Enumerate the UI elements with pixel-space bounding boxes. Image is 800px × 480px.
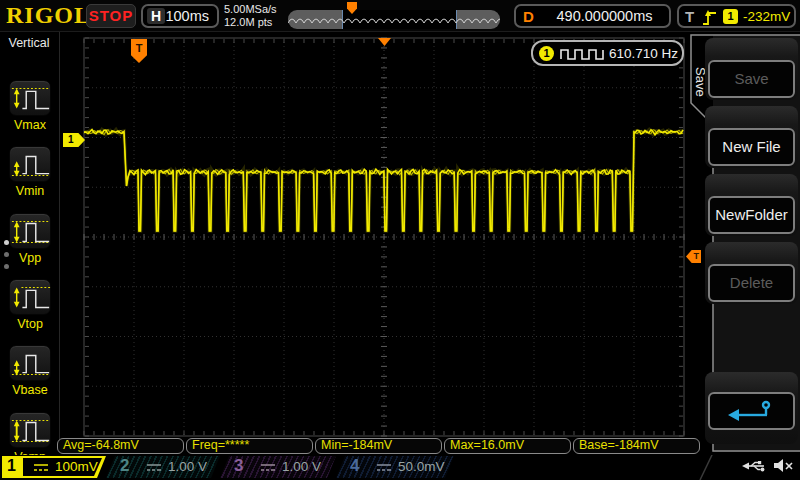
graticule-and-waveform-display (0, 0, 800, 480)
save-button[interactable]: Save (708, 60, 795, 98)
delay-value: 490.000000ms (546, 8, 663, 24)
channel1-offset-marker[interactable]: 1 (63, 133, 85, 147)
dc-coupling-icon (376, 463, 392, 473)
vtop-button[interactable] (9, 279, 51, 315)
channel1-number: 1 (7, 457, 16, 475)
vamp-icon (10, 413, 52, 449)
channel3-status[interactable]: 3 1.00 V (220, 456, 336, 478)
channel-status-bar: 1 100mV 2 1.00 V 3 (0, 455, 800, 480)
return-arrow-icon (726, 399, 778, 423)
trigger-level-marker[interactable]: T (686, 250, 701, 263)
vmin-button[interactable] (9, 146, 51, 182)
channel2-status[interactable]: 2 1.00 V (106, 456, 220, 478)
softkey-new-folder[interactable]: NewFolder (705, 174, 798, 236)
channel2-number: 2 (120, 456, 129, 476)
channel4-status[interactable]: 4 50.0mV (336, 456, 454, 478)
counter-frequency-value: 610.710 Hz (609, 46, 678, 61)
vmax-button[interactable] (9, 80, 51, 116)
channel3-scale: 1.00 V (282, 459, 321, 474)
channel3-number: 3 (234, 456, 243, 476)
channel4-scale: 50.0mV (398, 459, 445, 474)
bar-divider (698, 455, 716, 480)
dc-coupling-icon (146, 463, 162, 473)
waveform-overview-bar[interactable] (288, 10, 500, 29)
vmin-label: Vmin (0, 184, 60, 198)
delete-button[interactable]: Delete (708, 264, 795, 302)
memory-depth: 12.0M pts (224, 16, 277, 29)
usb-icon (741, 459, 767, 473)
channel4-number: 4 (350, 456, 359, 476)
softkey-delete[interactable]: Delete (705, 242, 798, 304)
back-button[interactable] (708, 392, 795, 430)
oscilloscope-screen: RIGOL STOP H 100ms 5.00MSa/s 12.0M pts D… (0, 0, 800, 480)
base-readout: Base=-184mV (573, 438, 700, 454)
softkey-back[interactable] (705, 372, 798, 444)
min-readout: Min=-184mV (315, 438, 442, 454)
rising-edge-icon (701, 7, 718, 27)
freq-readout: Freq=***** (186, 438, 313, 454)
avg-readout: Avg=-64.8mV (57, 438, 184, 454)
vpp-icon (10, 214, 52, 250)
measurement-sidebar: Vertical Vmax Vmin (0, 32, 60, 452)
acquisition-info: 5.00MSa/s 12.0M pts (224, 3, 277, 29)
channel2-scale: 1.00 V (168, 459, 207, 474)
speaker-muted-icon (773, 458, 794, 473)
vpp-button[interactable] (9, 213, 51, 249)
delay-label: D (523, 8, 534, 25)
vpp-label: Vpp (0, 251, 60, 265)
trigger-status-box[interactable]: T 1 -232mV (677, 4, 796, 28)
max-readout: Max=16.0mV (444, 438, 571, 454)
rigol-logo: RIGOL (6, 2, 91, 29)
softkey-save[interactable]: Save (705, 38, 798, 100)
softkey-new-file[interactable]: New File (705, 106, 798, 168)
vbase-icon (10, 346, 52, 382)
trigger-position-marker[interactable]: T (131, 39, 147, 63)
horizontal-label: H (147, 8, 165, 24)
new-file-button[interactable]: New File (708, 128, 795, 166)
trigger-level-value: -232mV (743, 9, 790, 24)
delay-box[interactable]: D 490.000000ms (514, 4, 671, 28)
vbase-label: Vbase (0, 383, 60, 397)
trigger-source-badge: 1 (723, 9, 738, 24)
overview-waveform (288, 10, 500, 29)
trigger-label: T (685, 8, 694, 25)
top-status-bar: RIGOL STOP H 100ms 5.00MSa/s 12.0M pts D… (0, 0, 800, 32)
vmax-icon (10, 81, 52, 117)
measurement-readouts: Avg=-64.8mV Freq=***** Min=-184mV Max=16… (57, 438, 700, 454)
horizontal-timebase-box[interactable]: H 100ms (141, 4, 219, 28)
dc-coupling-icon (260, 463, 276, 473)
vtop-icon (10, 280, 52, 316)
dc-coupling-icon (33, 463, 49, 473)
channel1-scale: 100mV (55, 459, 98, 474)
frequency-counter: 1 610.710 Hz (531, 40, 684, 66)
sample-rate: 5.00MSa/s (224, 3, 277, 16)
vamp-button[interactable] (9, 412, 51, 448)
counter-channel-badge: 1 (539, 46, 554, 61)
delay-center-marker-icon (378, 38, 391, 46)
channel1-status[interactable]: 1 100mV (2, 456, 106, 478)
vmax-label: Vmax (0, 118, 60, 132)
new-folder-button[interactable]: NewFolder (708, 196, 795, 234)
vbase-button[interactable] (9, 345, 51, 381)
timebase-value: 100ms (165, 8, 209, 24)
vmin-icon (10, 147, 52, 183)
measurement-menu-title: Vertical (0, 36, 58, 50)
vtop-label: Vtop (0, 317, 60, 331)
run-stop-status[interactable]: STOP (86, 4, 136, 28)
square-wave-icon (559, 47, 605, 61)
